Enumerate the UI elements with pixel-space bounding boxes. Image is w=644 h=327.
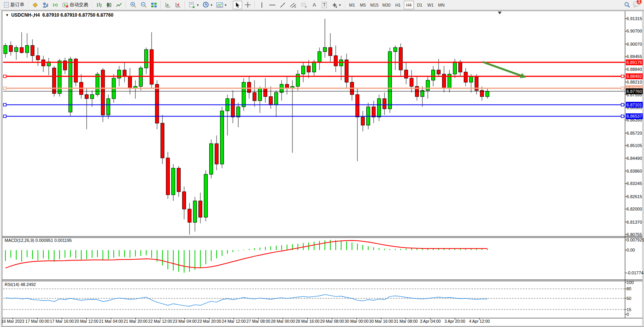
crosshair-tool-button[interactable] xyxy=(243,1,253,9)
timeframe-m30-button[interactable]: M30 xyxy=(381,1,392,9)
cursor-icon xyxy=(234,2,240,8)
price-tick-label: 6.89455 xyxy=(627,54,642,59)
search-icon xyxy=(624,2,630,8)
date-tick-label: 27 Mar 08:00 xyxy=(246,319,270,324)
text-label-tool-button[interactable]: T xyxy=(320,1,329,9)
chart-shift-icon xyxy=(175,2,181,8)
price-tick-label: 6.91315 xyxy=(627,16,642,21)
timeframe-w1-button[interactable]: W1 xyxy=(425,1,436,9)
rsi-tick-label: 0 xyxy=(627,312,629,317)
timeframe-label: M30 xyxy=(383,3,391,7)
auto-trading-icon xyxy=(62,2,68,8)
chart-shift-button[interactable] xyxy=(173,1,183,9)
channel-letter: E xyxy=(294,5,296,8)
toolbar-grip xyxy=(344,1,345,9)
indicators-icon xyxy=(216,2,223,8)
toolbar-grip xyxy=(27,1,29,9)
fibo-letter: F xyxy=(305,6,307,8)
zoom-in-button[interactable] xyxy=(128,1,138,9)
text-tool-icon: A xyxy=(313,2,316,8)
rsi-indicator-label: RSI(14) 48.2492 xyxy=(5,282,36,287)
auto-trading-label: 自动交易 xyxy=(70,2,88,8)
macd-indicator-label: MACD(12,26,9) 0.000951 0.001195 xyxy=(5,238,72,243)
price-tick-label: 6.82615 xyxy=(627,194,642,199)
price-tick-label: 6.85105 xyxy=(627,143,642,148)
chart-canvas[interactable]: 6.913156.907006.900706.894556.888406.882… xyxy=(0,0,644,327)
vertical-line-icon xyxy=(260,2,264,8)
price-tick-label: 6.83245 xyxy=(627,181,642,186)
timeframe-m1-button[interactable]: M1 xyxy=(347,1,357,9)
auto-trading-button[interactable]: 自动交易 xyxy=(61,1,90,9)
price-tick-label: 6.90070 xyxy=(627,42,642,46)
macd-tick-label: -0.017743 xyxy=(627,271,644,275)
trendline-tool-button[interactable] xyxy=(278,1,287,9)
rsi-tick-label: 80 xyxy=(627,286,631,291)
date-tick-label: 4 Apr 12:00 xyxy=(469,319,490,324)
timeframe-mn-button[interactable]: MN xyxy=(436,1,446,9)
vertical-line-tool-button[interactable] xyxy=(257,1,266,9)
timeframe-m5-button[interactable]: M5 xyxy=(358,1,368,9)
timeframe-label: M5 xyxy=(360,3,366,7)
timeframe-label: M1 xyxy=(349,3,355,7)
zoom-out-button[interactable] xyxy=(139,1,149,9)
fibonacci-icon: F xyxy=(301,2,307,8)
date-tick-label: 30 Mar 00:00 xyxy=(345,319,369,324)
toolbar-separator xyxy=(255,1,255,9)
timeframe-label: H4 xyxy=(406,3,412,7)
timeframe-label: W1 xyxy=(427,3,434,7)
timeframe-label: D1 xyxy=(417,3,422,7)
timeframe-h4-button[interactable]: H4 xyxy=(404,1,414,9)
arrows-tool-button[interactable]: ▾ xyxy=(330,1,343,9)
horizontal-line-icon xyxy=(269,2,276,8)
toolbar-separator xyxy=(184,1,185,9)
price-tick-label: 6.88210 xyxy=(627,80,642,84)
date-tick-label: 23 Mar 04:00 xyxy=(173,319,197,324)
channel-tool-button[interactable]: E xyxy=(288,1,298,9)
price-tick-label: 6.90700 xyxy=(627,29,642,33)
auto-scroll-button[interactable] xyxy=(163,1,173,9)
template-icon xyxy=(189,2,195,8)
line-chart-button[interactable] xyxy=(114,1,124,9)
macd-tick-label: 0.007929 xyxy=(627,238,644,242)
trendline-icon xyxy=(280,2,286,8)
date-tick-label: 24 Mar 12:00 xyxy=(222,319,246,324)
collapse-icon[interactable]: ▼ xyxy=(5,13,9,17)
candlestick-chart-button[interactable] xyxy=(104,1,114,9)
search-button[interactable] xyxy=(622,1,632,9)
strategy-tester-button[interactable] xyxy=(41,1,50,9)
bar-chart-button[interactable] xyxy=(94,1,104,9)
equidistant-channel-icon: E xyxy=(290,2,297,8)
date-tick-label: 3 Apr 20:00 xyxy=(444,319,465,324)
timeframe-h1-button[interactable]: H1 xyxy=(393,1,403,9)
templates-button[interactable]: ▾ xyxy=(187,1,200,9)
tile-windows-button[interactable] xyxy=(149,1,159,9)
caret-icon: ▾ xyxy=(339,3,341,7)
date-tick-label: 28 Mar 00:00 xyxy=(271,319,295,324)
indicators-button[interactable]: ▾ xyxy=(215,1,228,9)
quotes-button[interactable] xyxy=(31,1,40,9)
timeframe-d1-button[interactable]: D1 xyxy=(415,1,425,9)
periods-button[interactable]: ▾ xyxy=(201,1,214,9)
date-tick-label: 20 Mar 12:00 xyxy=(75,319,99,324)
signals-icon xyxy=(52,2,58,8)
clock-icon xyxy=(203,2,209,8)
fibonacci-tool-button[interactable]: F xyxy=(299,1,309,9)
text-tool-button[interactable]: A xyxy=(310,1,319,9)
horizontal-line-tool-button[interactable] xyxy=(267,1,277,9)
toolbar: 新订单 自动交易 xyxy=(0,0,644,10)
mt4-window: 新订单 自动交易 xyxy=(0,0,644,327)
chart-title: ▼USDCNH-,H4 6.87910 6.87910 6.87750 6.87… xyxy=(5,12,113,18)
notifications-chat[interactable]: 1 xyxy=(632,1,640,9)
date-tick-label: 22 Mar 12:00 xyxy=(148,319,172,324)
signals-button[interactable] xyxy=(51,1,60,9)
tile-windows-icon xyxy=(151,2,157,8)
price-tick-label: 6.81370 xyxy=(627,220,642,224)
timeframe-label: M15 xyxy=(370,3,378,7)
cursor-tool-button[interactable] xyxy=(233,1,242,9)
text-label-icon: T xyxy=(322,2,327,8)
new-order-button[interactable]: 新订单 xyxy=(2,1,26,9)
crosshair-icon xyxy=(244,2,251,8)
timeframe-m15-button[interactable]: M15 xyxy=(369,1,380,9)
caret-icon: ▾ xyxy=(197,3,199,7)
rsi-tick-label: 15 xyxy=(627,307,631,312)
